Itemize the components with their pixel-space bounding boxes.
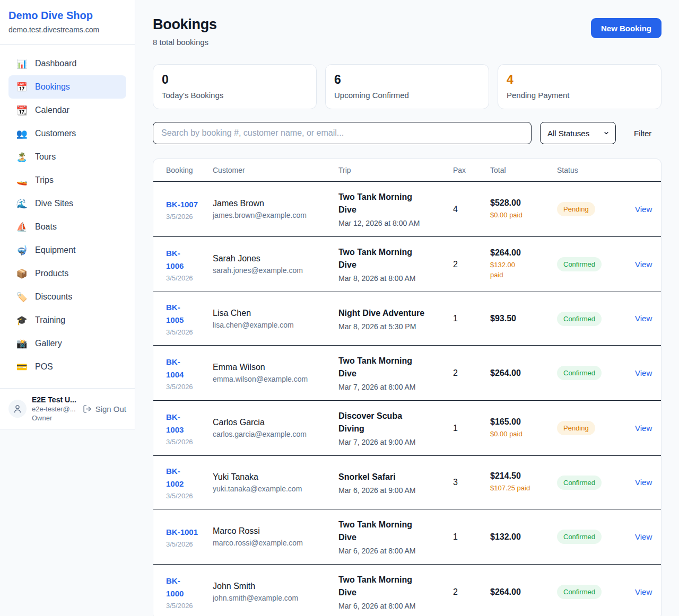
status-badge: Confirmed	[557, 312, 602, 326]
new-booking-button[interactable]: New Booking	[591, 18, 661, 38]
bookings-icon: 📅	[16, 83, 28, 92]
sidebar-item-label: Dashboard	[35, 59, 76, 68]
table-header-row: Booking Customer Trip Pax Total Status	[153, 159, 661, 182]
view-link[interactable]: View	[635, 205, 652, 214]
booking-date: 3/5/2026	[166, 492, 208, 500]
booking-id-link[interactable]: BK- 1006	[166, 247, 184, 272]
sidebar-item-label: Trips	[35, 175, 54, 185]
booking-id-link[interactable]: BK- 1004	[166, 356, 184, 381]
status-badge: Confirmed	[557, 530, 602, 544]
sign-out-icon	[83, 404, 92, 413]
status-select-value: All Statuses	[547, 129, 589, 138]
sidebar-item-label: Calendar	[35, 105, 69, 115]
status-badge: Pending	[557, 202, 595, 216]
trip-name: Two Tank Morning Dive	[338, 246, 449, 271]
trip-datetime: Mar 6, 2026 at 8:00 AM	[338, 547, 449, 555]
status-badge: Confirmed	[557, 585, 602, 599]
trip-datetime: Mar 7, 2026 at 9:00 AM	[338, 438, 449, 446]
sidebar-item-calendar[interactable]: 📆 Calendar	[8, 99, 126, 122]
booking-date: 3/5/2026	[166, 274, 208, 282]
stat-label: Pending Payment	[507, 91, 652, 100]
customer-name: Emma Wilson	[213, 363, 334, 372]
view-link[interactable]: View	[635, 260, 652, 269]
customer-name: Marco Rossi	[213, 526, 334, 536]
view-link[interactable]: View	[635, 478, 652, 487]
customer-email: yuki.tanaka@example.com	[213, 485, 334, 493]
sidebar-item-products[interactable]: 📦 Products	[8, 262, 126, 285]
trip-name: Discover Scuba Diving	[338, 410, 449, 435]
customer-email: emma.wilson@example.com	[213, 375, 334, 383]
sidebar-item-pos[interactable]: 💳 POS	[8, 355, 126, 379]
column-header-actions	[622, 159, 661, 182]
view-link[interactable]: View	[635, 424, 652, 433]
sidebar-item-dive-sites[interactable]: 🌊 Dive Sites	[8, 192, 126, 215]
avatar	[8, 400, 27, 418]
sidebar-item-training[interactable]: 🎓 Training	[8, 309, 126, 332]
trip-name: Night Dive Adventure	[338, 307, 449, 320]
customer-email: marco.rossi@example.com	[213, 539, 334, 547]
total-amount: $528.00	[490, 198, 553, 208]
booking-date: 3/5/2026	[166, 213, 208, 221]
booking-id-link[interactable]: BK- 1003	[166, 411, 184, 436]
pax-count: 2	[453, 368, 458, 377]
view-link[interactable]: View	[635, 314, 652, 323]
column-header-pax: Pax	[453, 159, 490, 182]
boats-icon: ⛵	[16, 223, 28, 232]
stat-card-upcoming-confirmed: 6 Upcoming Confirmed	[325, 64, 489, 109]
sidebar-item-discounts[interactable]: 🏷️ Discounts	[8, 285, 126, 309]
booking-id-link[interactable]: BK- 1005	[166, 301, 184, 327]
stat-value: 4	[507, 73, 652, 87]
status-badge: Pending	[557, 421, 595, 435]
sidebar-item-bookings[interactable]: 📅 Bookings	[8, 75, 126, 99]
brand-title: Demo Dive Shop	[8, 9, 126, 22]
total-amount: $264.00	[490, 368, 553, 378]
customers-icon: 👥	[16, 129, 28, 138]
booking-date: 3/5/2026	[166, 328, 208, 336]
pax-count: 2	[453, 587, 458, 596]
booking-date: 3/5/2026	[166, 383, 208, 391]
view-link[interactable]: View	[635, 587, 652, 596]
sign-out-button[interactable]: Sign Out	[83, 404, 126, 413]
trip-name: Two Tank Morning Dive	[338, 574, 449, 599]
sidebar-item-dashboard[interactable]: 📊 Dashboard	[8, 52, 126, 75]
total-amount: $93.50	[490, 314, 553, 323]
trip-name: Snorkel Safari	[338, 471, 449, 483]
sidebar-item-tours[interactable]: 🏝️ Tours	[8, 145, 126, 169]
customer-name: Carlos Garcia	[213, 418, 334, 427]
search-input[interactable]	[153, 122, 532, 144]
column-header-total: Total	[490, 159, 557, 182]
pax-count: 4	[453, 205, 458, 214]
stat-card-pending-payment: 4 Pending Payment	[498, 64, 661, 109]
sidebar-item-trips[interactable]: 🚤 Trips	[8, 169, 126, 192]
trip-datetime: Mar 6, 2026 at 8:00 AM	[338, 602, 449, 610]
booking-id-link[interactable]: BK-1007	[166, 198, 198, 211]
booking-id-link[interactable]: BK- 1000	[166, 575, 184, 600]
table-row: BK- 1006 3/5/2026 Sarah Jones sarah.jone…	[153, 237, 661, 292]
sidebar-item-label: Discounts	[35, 292, 72, 302]
booking-id-link[interactable]: BK- 1002	[166, 465, 184, 490]
page-subtitle: 8 total bookings	[153, 38, 217, 47]
sidebar-item-boats[interactable]: ⛵ Boats	[8, 215, 126, 239]
customer-email: john.smith@example.com	[213, 594, 334, 602]
stat-label: Upcoming Confirmed	[334, 91, 480, 100]
pax-count: 3	[453, 478, 458, 487]
sidebar-item-gallery[interactable]: 📸 Gallery	[8, 332, 126, 355]
filter-row: All Statuses Filter	[153, 122, 661, 144]
total-amount: $264.00	[490, 248, 553, 258]
table-row: BK- 1004 3/5/2026 Emma Wilson emma.wilso…	[153, 346, 661, 401]
sidebar-item-customers[interactable]: 👥 Customers	[8, 122, 126, 145]
trip-name: Two Tank Morning Dive	[338, 518, 449, 544]
tours-icon: 🏝️	[16, 153, 28, 162]
main-content: Bookings 8 total bookings New Booking 0 …	[135, 0, 679, 616]
table-row: BK-1007 3/5/2026 James Brown james.brown…	[153, 182, 661, 237]
filter-button[interactable]: Filter	[634, 129, 651, 138]
sidebar-item-equipment[interactable]: 🤿 Equipment	[8, 239, 126, 262]
status-select[interactable]: All Statuses	[540, 122, 616, 144]
pax-count: 2	[453, 260, 458, 269]
equipment-icon: 🤿	[16, 246, 28, 255]
view-link[interactable]: View	[635, 532, 652, 541]
stat-value: 6	[334, 73, 480, 87]
booking-id-link[interactable]: BK-1001	[166, 526, 198, 539]
sidebar-item-label: POS	[35, 362, 53, 372]
view-link[interactable]: View	[635, 368, 652, 377]
